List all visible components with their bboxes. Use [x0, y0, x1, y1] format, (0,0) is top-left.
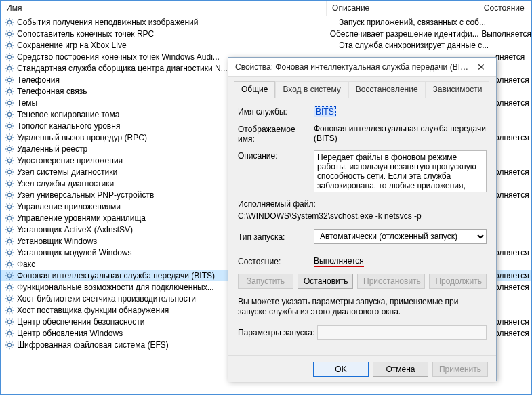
- svg-line-215: [12, 284, 12, 285]
- svg-line-150: [12, 209, 12, 209]
- svg-line-51: [12, 82, 12, 83]
- svg-line-16: [7, 36, 7, 37]
- svg-point-144: [7, 205, 11, 208]
- svg-point-99: [7, 147, 11, 150]
- svg-point-162: [7, 228, 11, 231]
- startup-type-select[interactable]: Автоматически (отложенный запуск): [314, 229, 487, 244]
- svg-point-234: [7, 320, 11, 323]
- stop-button[interactable]: Остановить: [298, 274, 353, 289]
- column-header-name[interactable]: Имя: [1, 1, 327, 16]
- svg-line-24: [12, 47, 12, 48]
- tab-recovery[interactable]: Восстановление: [348, 81, 426, 98]
- svg-line-8: [12, 19, 12, 20]
- svg-point-63: [7, 101, 11, 104]
- list-header: Имя Описание Состояние: [1, 1, 531, 16]
- svg-line-114: [12, 163, 12, 163]
- svg-line-106: [7, 151, 7, 152]
- service-state: олняется: [495, 133, 529, 142]
- gear-icon: [5, 110, 14, 119]
- svg-line-178: [7, 243, 7, 244]
- gear-icon: [5, 190, 14, 200]
- gear-icon: [5, 18, 14, 27]
- svg-line-224: [12, 295, 12, 296]
- service-state: олняется: [495, 283, 529, 292]
- svg-point-0: [7, 20, 11, 24]
- dialog-titlebar[interactable]: Свойства: Фоновая интеллектуальная служб…: [228, 58, 496, 77]
- svg-line-194: [7, 261, 7, 262]
- column-header-state[interactable]: Состояние: [478, 1, 531, 16]
- label-params: Параметры запуска:: [238, 328, 314, 337]
- properties-dialog: Свойства: Фоновая интеллектуальная служб…: [228, 57, 497, 381]
- svg-line-133: [7, 186, 7, 186]
- svg-point-18: [7, 43, 11, 47]
- svg-line-80: [12, 111, 12, 112]
- svg-line-248: [7, 330, 7, 331]
- tab-dependencies[interactable]: Зависимости: [426, 81, 490, 98]
- gear-icon: [5, 306, 14, 315]
- svg-point-171: [7, 239, 11, 243]
- svg-line-35: [12, 54, 12, 54]
- svg-point-72: [7, 112, 11, 116]
- svg-line-158: [7, 215, 7, 215]
- svg-line-62: [12, 88, 12, 89]
- svg-line-233: [12, 307, 12, 308]
- svg-line-258: [12, 347, 12, 348]
- svg-line-197: [12, 261, 12, 262]
- svg-point-252: [7, 343, 11, 346]
- label-startup-type: Тип запуска:: [238, 232, 314, 242]
- svg-line-115: [7, 163, 7, 163]
- service-name: Сохранение игр на Xbox Live: [17, 41, 339, 50]
- svg-line-69: [12, 105, 12, 106]
- svg-line-176: [7, 238, 7, 238]
- svg-line-141: [12, 197, 12, 198]
- table-row[interactable]: Сопоставитель конечных точек RPCОбеспечи…: [1, 28, 531, 39]
- table-row[interactable]: События получения неподвижных изображени…: [1, 16, 531, 28]
- svg-point-108: [7, 159, 11, 162]
- gear-icon: [5, 236, 14, 246]
- svg-line-23: [7, 42, 7, 43]
- svg-line-87: [12, 128, 12, 129]
- tabstrip: Общие Вход в систему Восстановление Зави…: [228, 77, 496, 98]
- table-row[interactable]: Сохранение игр на Xbox LiveЭта служба си…: [1, 39, 531, 51]
- svg-line-231: [12, 312, 12, 313]
- svg-line-170: [12, 226, 12, 227]
- svg-line-98: [12, 134, 12, 135]
- svg-line-214: [7, 289, 7, 290]
- svg-point-45: [7, 78, 11, 81]
- svg-line-159: [12, 220, 12, 221]
- dialog-footer: OK Отмена Применить: [228, 355, 496, 382]
- svg-line-240: [12, 324, 12, 325]
- svg-line-79: [7, 117, 7, 117]
- pause-button: Приостановить: [357, 274, 425, 289]
- service-name: Сопоставитель конечных точек RPC: [17, 29, 330, 39]
- svg-line-125: [12, 169, 12, 169]
- params-input: [317, 325, 487, 340]
- tab-logon[interactable]: Вход в систему: [275, 81, 348, 98]
- svg-point-198: [7, 274, 11, 277]
- svg-line-232: [7, 312, 7, 313]
- cancel-button[interactable]: Отмена: [373, 362, 428, 377]
- close-icon[interactable]: ✕: [470, 60, 492, 75]
- service-desc: Обеспечивает разрешение идентифи...: [330, 29, 482, 39]
- svg-line-89: [12, 123, 12, 123]
- gear-icon: [5, 87, 14, 96]
- svg-line-168: [12, 232, 12, 232]
- svg-line-259: [7, 347, 7, 348]
- svg-point-81: [7, 124, 11, 127]
- label-exe-path: Исполняемый файл:: [238, 199, 487, 209]
- value-display-name: Фоновая интеллектуальная служба передачи…: [314, 124, 487, 143]
- gear-icon: [5, 225, 14, 234]
- svg-line-14: [7, 30, 7, 31]
- label-display-name: Отображаемое имя:: [238, 124, 314, 144]
- svg-line-242: [12, 318, 12, 319]
- svg-line-53: [12, 77, 12, 77]
- tab-general[interactable]: Общие: [234, 81, 275, 98]
- value-description[interactable]: Передает файлы в фоновом режиме работы, …: [314, 150, 487, 192]
- service-desc: Эта служба синхронизирует данные с...: [339, 41, 495, 50]
- ok-button[interactable]: OK: [313, 362, 369, 377]
- value-service-name[interactable]: BITS: [314, 106, 336, 117]
- svg-point-180: [7, 251, 11, 254]
- gear-icon: [5, 179, 14, 188]
- column-header-desc[interactable]: Описание: [327, 1, 478, 16]
- svg-line-241: [7, 324, 7, 325]
